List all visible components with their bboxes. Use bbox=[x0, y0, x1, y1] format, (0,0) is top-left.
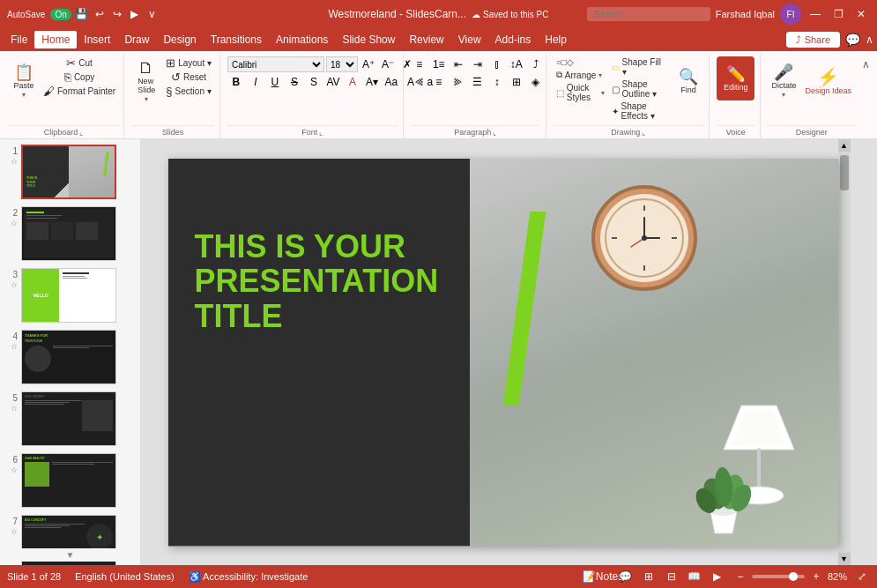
menu-draw[interactable]: Draw bbox=[117, 31, 156, 48]
new-slide-dropdown[interactable]: ▾ bbox=[145, 95, 148, 103]
arrange-dropdown[interactable]: ▾ bbox=[598, 71, 602, 79]
add-remove-cols-button[interactable]: ⊞ bbox=[508, 74, 525, 90]
zoom-thumb[interactable] bbox=[789, 572, 798, 581]
canvas-scrollbar-vertical[interactable]: ▲ ▼ bbox=[838, 139, 851, 565]
autosave-toggle[interactable]: On bbox=[50, 9, 71, 20]
case-button[interactable]: Aa bbox=[383, 74, 400, 90]
scroll-down-arrow[interactable]: ▼ bbox=[838, 553, 851, 565]
numbering-button[interactable]: 1≡ bbox=[430, 56, 448, 72]
language-info[interactable]: English (United States) bbox=[75, 571, 175, 582]
layout-button[interactable]: ⊞ Layout ▾ bbox=[163, 56, 214, 70]
find-button[interactable]: 🔍 Find bbox=[673, 56, 703, 106]
convert-button[interactable]: ⤴ bbox=[527, 56, 545, 72]
slide-img-5[interactable]: OUR CONTENT bbox=[21, 391, 116, 446]
menu-home[interactable]: Home bbox=[34, 31, 77, 48]
underline-button[interactable]: U bbox=[266, 74, 284, 90]
menu-view[interactable]: View bbox=[451, 31, 488, 48]
slides-label[interactable]: Slides bbox=[131, 125, 214, 137]
clipboard-label[interactable]: Clipboard ⌞ bbox=[9, 125, 118, 137]
bold-button[interactable]: B bbox=[227, 74, 245, 90]
presentation-title[interactable]: THIS IS YOUR PRESENTATION TITLE bbox=[195, 229, 439, 334]
menu-transitions[interactable]: Transitions bbox=[204, 31, 269, 48]
paste-dropdown[interactable]: ▾ bbox=[22, 91, 26, 99]
menu-design[interactable]: Design bbox=[156, 31, 203, 48]
reset-button[interactable]: ↺ Reset bbox=[163, 71, 214, 84]
arrange-button[interactable]: ⧉ Arrange ▾ bbox=[554, 69, 606, 81]
menu-file[interactable]: File bbox=[4, 31, 34, 48]
normal-view-button[interactable]: ⊞ bbox=[641, 569, 657, 584]
scroll-down-icon[interactable]: ▼ bbox=[66, 550, 75, 560]
strikethrough-button[interactable]: S bbox=[286, 74, 303, 90]
slide-img-1[interactable]: THIS ISYOURTITLE bbox=[21, 145, 116, 199]
reading-view-button[interactable]: 📖 bbox=[687, 569, 702, 584]
slide-thumb-1[interactable]: 1 ☆ THIS ISYOURTITLE bbox=[4, 143, 137, 201]
slide-img-3[interactable]: HELLO bbox=[21, 268, 116, 323]
char-spacing-button[interactable]: AV bbox=[324, 74, 342, 90]
menu-insert[interactable]: Insert bbox=[77, 31, 117, 48]
comments-icon[interactable]: 💬 bbox=[845, 33, 860, 47]
shapes-button[interactable]: ○□◇ bbox=[554, 56, 576, 68]
slide-img-2[interactable] bbox=[21, 206, 116, 261]
fit-to-window-button[interactable]: ⤢ bbox=[854, 569, 870, 584]
zoom-out-button[interactable]: − bbox=[732, 569, 748, 584]
align-right-button[interactable]: ⫸ bbox=[450, 74, 467, 90]
font-name-select[interactable]: Calibri bbox=[227, 56, 324, 72]
smart-art-button[interactable]: ◈ bbox=[527, 74, 545, 90]
scroll-up-arrow[interactable]: ▲ bbox=[838, 139, 851, 152]
line-spacing-button[interactable]: ↕ bbox=[488, 74, 506, 90]
ribbon-collapse[interactable]: ∧ bbox=[862, 55, 873, 138]
align-center-button[interactable]: ≡ bbox=[430, 74, 448, 90]
menu-help[interactable]: Help bbox=[538, 31, 574, 48]
bullets-button[interactable]: ≡ bbox=[411, 56, 428, 72]
redo-icon[interactable]: ↪ bbox=[110, 7, 124, 21]
new-slide-button[interactable]: 🗋 New Slide ▾ bbox=[131, 56, 161, 106]
present-icon[interactable]: ▶ bbox=[128, 7, 142, 21]
increase-indent-button[interactable]: ⇥ bbox=[469, 56, 487, 72]
canvas-area[interactable]: THIS IS YOUR PRESENTATION TITLE ▲ ▼ bbox=[141, 139, 877, 565]
dictate-dropdown[interactable]: ▾ bbox=[782, 91, 785, 99]
paste-button[interactable]: 📋 Paste ▾ bbox=[9, 56, 39, 106]
title-search-input[interactable] bbox=[587, 7, 710, 21]
scroll-thumb-v[interactable] bbox=[840, 155, 849, 190]
zoom-value[interactable]: 82% bbox=[828, 571, 847, 582]
menu-addins[interactable]: Add-ins bbox=[488, 31, 539, 48]
slide-thumb-3[interactable]: 3 ☆ HELLO bbox=[4, 266, 137, 324]
slide-thumb-2[interactable]: 2 ☆ bbox=[4, 205, 137, 263]
paragraph-label[interactable]: Paragraph ⌞ bbox=[411, 125, 540, 137]
dictate-button[interactable]: 🎤 Dictate ▾ bbox=[768, 56, 799, 106]
decrease-indent-button[interactable]: ⇤ bbox=[450, 56, 467, 72]
menu-animations[interactable]: Animations bbox=[269, 31, 335, 48]
collapse-ribbon-icon[interactable]: ∧ bbox=[862, 58, 870, 71]
editing-button[interactable]: ✏️ Editing bbox=[717, 56, 755, 100]
close-button[interactable]: ✕ bbox=[852, 5, 870, 23]
design-ideas-button[interactable]: ⚡ Design Ideas bbox=[801, 56, 855, 106]
notes-button[interactable]: 📝 Notes bbox=[595, 569, 611, 584]
voice-label[interactable]: Voice bbox=[717, 125, 755, 137]
justify-button[interactable]: ☰ bbox=[469, 74, 487, 90]
align-left-button[interactable]: ⫷ bbox=[411, 74, 428, 90]
zoom-in-button[interactable]: + bbox=[808, 569, 824, 584]
slide-canvas[interactable]: THIS IS YOUR PRESENTATION TITLE bbox=[168, 159, 838, 547]
font-color-button[interactable]: A bbox=[344, 74, 361, 90]
shape-outline-button[interactable]: ▢ Shape Outline ▾ bbox=[609, 78, 668, 100]
save-icon[interactable]: 💾 bbox=[75, 7, 89, 21]
menu-slideshow[interactable]: Slide Show bbox=[335, 31, 402, 48]
decrease-font-button[interactable]: A⁻ bbox=[379, 56, 397, 72]
minimize-button[interactable]: — bbox=[806, 5, 824, 23]
drawing-label[interactable]: Drawing ⌞ bbox=[554, 125, 703, 137]
shape-fill-button[interactable]: ▭ Shape Fill ▾ bbox=[609, 56, 668, 78]
zoom-slider[interactable] bbox=[752, 575, 805, 578]
restore-button[interactable]: ❐ bbox=[829, 5, 847, 23]
slide-img-4[interactable]: THANKS FOR YOUR FOCUS bbox=[21, 330, 116, 384]
quick-styles-button[interactable]: ⬚ Quick Styles ▾ bbox=[554, 82, 607, 103]
undo-icon[interactable]: ↩ bbox=[93, 7, 107, 21]
slide-panel[interactable]: 1 ☆ THIS ISYOURTITLE 2 ☆ bbox=[0, 139, 141, 565]
slide-panel-scroll-down[interactable]: ▼ bbox=[4, 548, 137, 562]
slide-thumb-5[interactable]: 5 ☆ OUR CONTENT bbox=[4, 390, 137, 448]
slide-sorter-button[interactable]: ⊟ bbox=[664, 569, 680, 584]
format-painter-button[interactable]: 🖌 Format Painter bbox=[41, 85, 118, 98]
italic-button[interactable]: I bbox=[247, 74, 264, 90]
font-size-select[interactable]: 18 bbox=[326, 56, 358, 72]
share-button[interactable]: ⤴ Share bbox=[786, 32, 840, 48]
menu-review[interactable]: Review bbox=[402, 31, 450, 48]
